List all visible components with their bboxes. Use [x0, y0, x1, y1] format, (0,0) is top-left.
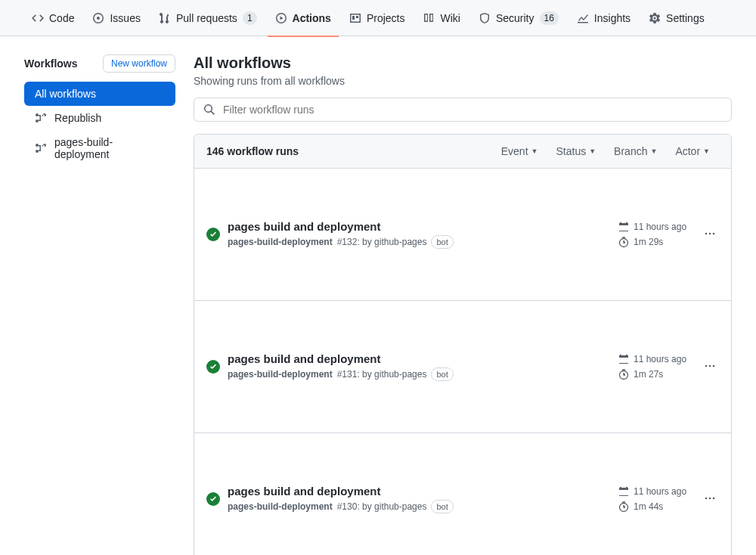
run-menu-button[interactable]: [701, 492, 719, 507]
pr-count: 1: [243, 11, 257, 25]
page-title: All workflows: [194, 54, 732, 72]
run-time: 11 hours ago: [618, 353, 693, 365]
tab-projects[interactable]: Projects: [342, 0, 413, 36]
run-time: 11 hours ago: [618, 485, 693, 498]
sidebar-item-label: Republish: [54, 112, 101, 124]
runs-count: 146 workflow runs: [206, 145, 492, 157]
status-success-icon: [206, 442, 220, 555]
sidebar-heading: Workflows: [24, 57, 78, 70]
bot-badge: bot: [431, 235, 453, 249]
shield-icon: [479, 12, 491, 24]
filter-event[interactable]: Event▼: [492, 145, 547, 157]
graph-icon: [577, 12, 589, 24]
workflow-run-row: pages build and deploymentpages-build-de…: [194, 169, 731, 301]
stopwatch-icon: [618, 368, 630, 380]
play-icon: [275, 12, 287, 24]
status-success-icon: [206, 178, 220, 291]
run-duration: 1m 27s: [618, 368, 693, 380]
repo-nav: Code Issues Pull requests1 Actions Proje…: [0, 0, 756, 36]
new-workflow-button[interactable]: New workflow: [103, 54, 175, 73]
tab-actions[interactable]: Actions: [268, 0, 339, 36]
filter-actor[interactable]: Actor▼: [666, 145, 719, 157]
runs-list: 146 workflow runs Event▼ Status▼ Branch▼…: [194, 134, 732, 555]
run-menu-button[interactable]: [701, 360, 719, 374]
main-content: All workflows Showing runs from all work…: [194, 54, 732, 555]
workflow-icon: [35, 112, 47, 124]
tab-security[interactable]: Security16: [471, 0, 566, 36]
security-count: 16: [540, 11, 559, 25]
run-duration: 1m 29s: [618, 236, 693, 248]
run-time: 11 hours ago: [618, 221, 693, 233]
workflow-run-row: pages build and deploymentpages-build-de…: [194, 433, 731, 555]
tab-settings[interactable]: Settings: [641, 0, 712, 36]
sidebar-item-label: pages-build-deployment: [54, 136, 165, 160]
run-meta: pages-build-deployment #130: by github-p…: [228, 500, 610, 513]
tab-wiki[interactable]: Wiki: [415, 0, 467, 36]
status-success-icon: [206, 310, 220, 423]
tab-code[interactable]: Code: [24, 0, 82, 36]
project-icon: [349, 12, 361, 24]
calendar-icon: [618, 353, 630, 365]
tab-pull-requests[interactable]: Pull requests1: [151, 0, 265, 36]
run-duration: 1m 44s: [618, 501, 693, 513]
filter-status[interactable]: Status▼: [547, 145, 605, 157]
book-icon: [423, 12, 435, 24]
tab-insights[interactable]: Insights: [569, 0, 638, 36]
calendar-icon: [618, 221, 630, 233]
workflow-run-row: pages build and deploymentpages-build-de…: [194, 301, 731, 433]
run-title-link[interactable]: pages build and deployment: [228, 220, 610, 233]
search-icon: [203, 104, 215, 116]
workflows-sidebar: Workflows New workflow All workflowsRepu…: [24, 54, 175, 166]
pull-request-icon: [159, 12, 171, 24]
sidebar-item-label: All workflows: [35, 88, 96, 100]
search-input[interactable]: [222, 103, 722, 116]
stopwatch-icon: [618, 236, 630, 248]
sidebar-item-all-workflows[interactable]: All workflows: [24, 82, 175, 106]
tab-issues[interactable]: Issues: [85, 0, 147, 36]
bot-badge: bot: [431, 500, 453, 513]
issue-icon: [92, 12, 104, 24]
run-menu-button[interactable]: [701, 228, 719, 242]
sidebar-item-republish[interactable]: Republish: [24, 106, 175, 130]
run-title-link[interactable]: pages build and deployment: [228, 352, 610, 365]
sidebar-item-pages-build-deployment[interactable]: pages-build-deployment: [24, 130, 175, 166]
filter-branch[interactable]: Branch▼: [605, 145, 666, 157]
run-meta: pages-build-deployment #131: by github-p…: [228, 367, 610, 381]
bot-badge: bot: [431, 367, 453, 381]
stopwatch-icon: [618, 501, 630, 513]
code-icon: [32, 12, 44, 24]
workflow-icon: [35, 142, 47, 154]
run-title-link[interactable]: pages build and deployment: [228, 485, 610, 498]
calendar-icon: [618, 485, 630, 498]
page-subtitle: Showing runs from all workflows: [194, 75, 732, 87]
gear-icon: [649, 12, 661, 24]
run-meta: pages-build-deployment #132: by github-p…: [228, 235, 610, 249]
filter-search[interactable]: [194, 98, 732, 122]
